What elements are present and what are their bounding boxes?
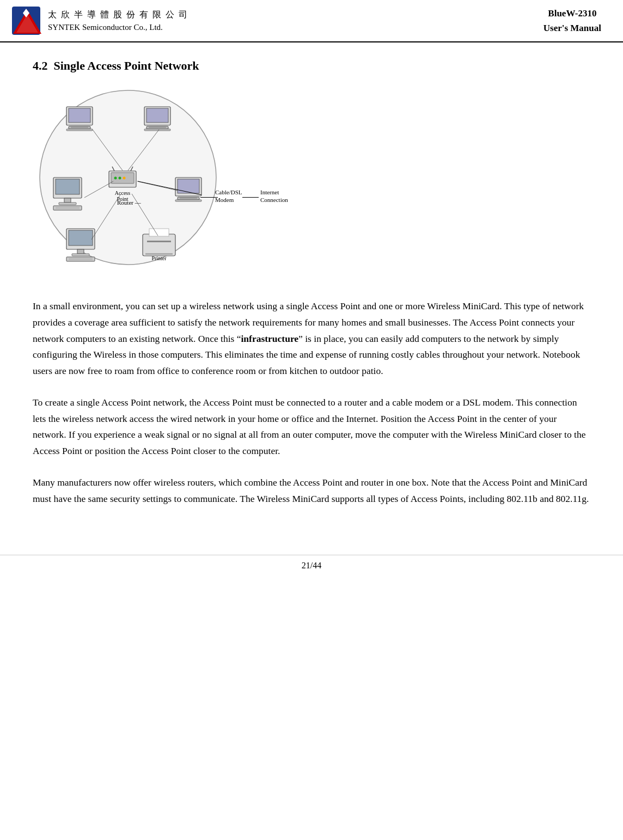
svg-point-21 [123, 177, 126, 180]
svg-rect-31 [178, 179, 199, 193]
internet-label: InternetConnection [260, 188, 288, 204]
product-title: BlueW-2310 User's Manual [543, 6, 601, 35]
svg-rect-9 [71, 127, 88, 128]
page-header: 太 欣 半 導 體 股 份 有 限 公 司 SYNTEK Semiconduct… [0, 0, 623, 42]
router-label: Router — [117, 199, 141, 206]
network-circle-svg: Access Point [33, 86, 229, 271]
svg-rect-13 [144, 129, 170, 131]
cable-modem-label: Cable/DSLModem [215, 188, 242, 204]
modem-internet-line [242, 197, 259, 198]
svg-rect-40 [69, 258, 93, 260]
svg-rect-44 [149, 229, 169, 236]
svg-rect-27 [59, 203, 76, 205]
svg-rect-34 [180, 198, 197, 199]
section-heading: 4.2 Single Access Point Network [33, 59, 590, 73]
network-diagram: Access Point [33, 86, 338, 282]
svg-text:Printer: Printer [151, 255, 167, 261]
company-logo-icon [11, 5, 41, 36]
paragraph-1: In a small environment, you can set up a… [33, 298, 590, 379]
svg-rect-43 [145, 253, 173, 255]
paragraph-2: To create a single Access Point network,… [33, 395, 590, 459]
svg-rect-26 [64, 198, 71, 203]
svg-rect-33 [175, 200, 201, 201]
svg-rect-36 [69, 230, 93, 246]
svg-text:Access: Access [115, 190, 130, 196]
paragraph-3: Many manufacturers now offer wireless ro… [33, 475, 590, 507]
svg-point-19 [114, 177, 117, 180]
page-footer: 21/44 [0, 555, 623, 576]
svg-rect-25 [56, 179, 80, 194]
svg-rect-11 [146, 108, 168, 122]
main-content: 4.2 Single Access Point Network [0, 42, 623, 544]
network-diagram-container: Access Point [33, 86, 590, 282]
svg-rect-8 [66, 129, 93, 131]
company-name: 太 欣 半 導 體 股 份 有 限 公 司 SYNTEK Semiconduct… [48, 8, 188, 34]
svg-rect-14 [149, 127, 166, 128]
bold-infrastructure: infrastructure [241, 333, 298, 344]
svg-rect-41 [143, 234, 175, 256]
svg-point-20 [119, 177, 121, 180]
router-modem-line [200, 197, 218, 198]
svg-rect-6 [69, 108, 90, 122]
company-logo-area: 太 欣 半 導 體 股 份 有 限 公 司 SYNTEK Semiconduct… [11, 5, 188, 36]
svg-rect-29 [56, 207, 80, 209]
svg-rect-37 [77, 249, 84, 254]
svg-rect-38 [72, 254, 89, 256]
svg-rect-42 [147, 241, 171, 242]
